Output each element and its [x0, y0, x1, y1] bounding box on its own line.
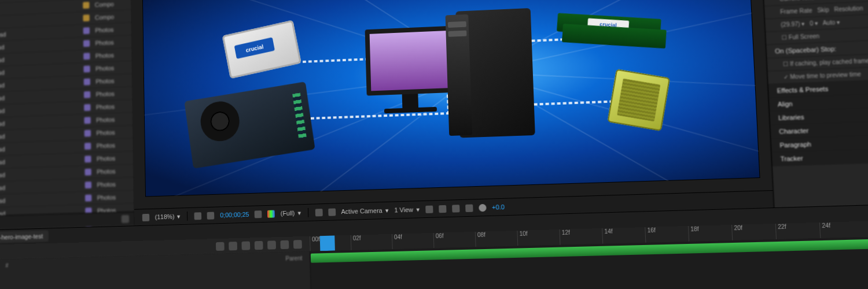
- item-name: Layer 1...t.psd: [0, 117, 84, 128]
- item-name: Layer 1...t.psd: [0, 130, 84, 141]
- composition-canvas[interactable]: crucial crucial: [142, 0, 760, 197]
- current-timecode[interactable]: 0;00;00;25: [220, 211, 249, 218]
- label-swatch[interactable]: [83, 40, 90, 47]
- frame-blend-icon[interactable]: [267, 240, 276, 249]
- label-swatch[interactable]: [84, 79, 90, 86]
- item-type: Photos: [95, 77, 128, 85]
- item-type: Photos: [97, 194, 130, 201]
- ssd-brand-label: crucial: [234, 37, 275, 59]
- current-time-indicator[interactable]: [320, 236, 335, 251]
- item-type: Photos: [97, 154, 130, 162]
- item-name: Layer 4...t.psd: [0, 79, 84, 90]
- ssd-graphic: crucial: [222, 20, 301, 79]
- comp-mini-flowchart-icon[interactable]: [229, 242, 237, 250]
- item-type: Photos: [97, 167, 130, 175]
- item-type: Photos: [96, 90, 129, 98]
- ruler-tick: 24f: [819, 222, 831, 238]
- zoom-dropdown[interactable]: (118%) ▾: [155, 213, 181, 221]
- pc-tower-graphic: [433, 8, 536, 144]
- pixel-aspect-icon[interactable]: [425, 205, 433, 213]
- label-swatch[interactable]: [84, 104, 90, 111]
- item-name: Layer 1...t.psd: [0, 181, 85, 192]
- snapshot-icon[interactable]: [255, 210, 262, 218]
- item-type: Photos: [95, 38, 127, 46]
- project-panel: Group 3CompoGroup 4CompoGroup 6CompoGrou…: [0, 0, 135, 231]
- label-swatch[interactable]: [84, 143, 91, 150]
- label-swatch[interactable]: [84, 130, 91, 137]
- ruler-tick: 10f: [517, 231, 528, 246]
- item-name: Layer 1...t.psd: [0, 195, 85, 205]
- item-type: Photos: [95, 25, 127, 34]
- item-name: Layer 1...t.psd: [0, 156, 84, 166]
- label-swatch[interactable]: [85, 181, 91, 188]
- transparency-grid-icon[interactable]: [207, 212, 215, 219]
- camera-dropdown[interactable]: Active Camera ▾: [341, 206, 388, 215]
- label-swatch[interactable]: [83, 27, 90, 34]
- hide-shy-icon[interactable]: [255, 240, 263, 249]
- motion-blur-icon[interactable]: [280, 240, 289, 249]
- item-name: Layer 1...t.psd: [0, 143, 84, 154]
- always-preview-icon[interactable]: [142, 213, 150, 221]
- exposure-reset-icon[interactable]: [479, 203, 487, 212]
- graph-editor-icon[interactable]: [293, 240, 302, 249]
- label-swatch[interactable]: [83, 2, 89, 9]
- draft-3d-icon[interactable]: [241, 241, 250, 250]
- preview-panel: Range Work Area Extended By Current Play…: [761, 0, 868, 208]
- label-swatch[interactable]: [84, 155, 91, 162]
- comp-tab[interactable]: LGA-hero-image-test: [0, 230, 49, 243]
- item-name: Layer 5...t.psd: [0, 91, 84, 102]
- composition-viewer: crucial crucial (118%) ▾ 0;00;00;25 (Ful…: [131, 0, 774, 225]
- ruler-tick: 16f: [645, 227, 656, 243]
- item-name: Layer 1...t.psd: [0, 40, 83, 52]
- mask-icon[interactable]: [328, 208, 336, 216]
- ruler-tick: 14f: [602, 228, 613, 244]
- cpu-graphic: [607, 69, 670, 131]
- ruler-tick: 18f: [688, 226, 700, 242]
- ruler-tick: 02f: [351, 235, 361, 250]
- item-name: Layer 1...t.psd: [0, 104, 84, 115]
- item-name: Layer 2...t.psd: [0, 53, 83, 65]
- flowchart-icon[interactable]: [465, 204, 473, 212]
- ruler-tick: 20f: [731, 224, 743, 240]
- label-swatch[interactable]: [83, 14, 89, 21]
- item-name: Layer 3...t.psd: [0, 66, 84, 77]
- roi-icon[interactable]: [194, 212, 202, 220]
- label-swatch[interactable]: [84, 117, 90, 124]
- exposure-value[interactable]: +0.0: [492, 203, 505, 211]
- guides-icon[interactable]: [315, 209, 322, 216]
- ruler-tick: 12f: [560, 229, 571, 245]
- item-type: Photos: [95, 51, 128, 60]
- item-type: Compo: [95, 13, 127, 21]
- views-dropdown[interactable]: 1 View ▾: [394, 206, 420, 214]
- search-icon[interactable]: [216, 242, 225, 250]
- ruler-tick: 04f: [392, 234, 403, 249]
- item-type: Photos: [97, 142, 130, 150]
- motherboard-graphic: [184, 81, 315, 169]
- item-type: Photos: [95, 64, 128, 72]
- item-type: Photos: [96, 128, 129, 136]
- ruler-tick: 06f: [433, 232, 444, 248]
- item-type: Photos: [96, 102, 129, 110]
- ruler-tick: 08f: [475, 231, 486, 247]
- label-swatch[interactable]: [85, 195, 91, 202]
- ruler-tick: 22f: [775, 223, 787, 239]
- label-swatch[interactable]: [84, 91, 90, 98]
- channels-icon[interactable]: [267, 210, 275, 217]
- footer-icon[interactable]: [122, 215, 129, 223]
- timeline-icon[interactable]: [452, 205, 459, 212]
- label-swatch[interactable]: [83, 65, 90, 72]
- label-swatch[interactable]: [83, 53, 90, 60]
- item-type: Photos: [96, 116, 129, 124]
- item-type: Compo: [95, 0, 127, 8]
- resolution-dropdown[interactable]: (Full) ▾: [281, 209, 301, 217]
- ruler-tick: 00f: [310, 236, 320, 251]
- fast-previews-icon[interactable]: [439, 205, 446, 212]
- item-name: Layer 1...t.psd: [0, 169, 85, 179]
- item-type: Photos: [97, 180, 130, 188]
- ram-graphic: crucial: [556, 13, 664, 46]
- label-swatch[interactable]: [84, 169, 91, 176]
